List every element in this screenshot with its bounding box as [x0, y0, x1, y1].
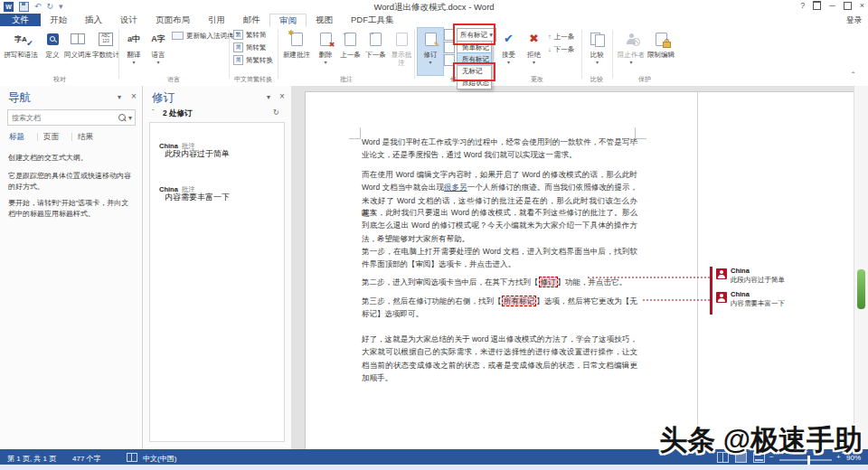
- menu-item-simple-markup[interactable]: 简单标记: [458, 42, 491, 53]
- tab-pdf-tools[interactable]: PDF工具集: [342, 14, 403, 26]
- tab-file[interactable]: 文件: [0, 14, 41, 26]
- paragraph-1: Word 是我们平时在工作或学习的过程中，经常会使用到的一款软件，不管是写毕业论…: [362, 136, 637, 162]
- next-change-button[interactable]: ↓ 下一条: [548, 43, 574, 55]
- translate-button[interactable]: a中 翻译 ▾: [123, 28, 145, 75]
- revision-entry-text[interactable]: 此段内容过于简单: [165, 148, 230, 160]
- help-icon[interactable]: ?: [800, 1, 805, 10]
- minimize-icon[interactable]: ─: [829, 1, 835, 10]
- tab-design[interactable]: 设计: [111, 14, 146, 26]
- tab-insert[interactable]: 插入: [76, 14, 111, 26]
- comment-leader-line: [588, 277, 710, 278]
- compare-button[interactable]: 比较 ▾: [585, 28, 609, 75]
- previous-change-button[interactable]: ↑ 上一条: [548, 31, 574, 42]
- spelling-grammar-button[interactable]: 字A✔ 拼写和语法: [3, 28, 39, 75]
- tab-view[interactable]: 视图: [307, 14, 342, 26]
- update-ime-dictionary-button[interactable]: 更新输入法词典: [172, 30, 234, 42]
- collapse-ribbon-icon[interactable]: ˆ: [852, 71, 854, 81]
- search-input[interactable]: [8, 114, 116, 122]
- next-change-icon: ↓: [548, 45, 552, 53]
- block-authors-icon: [626, 33, 637, 44]
- tab-mailings[interactable]: 邮件: [234, 14, 269, 26]
- dropdown-arrow-icon: ▾: [497, 60, 520, 65]
- reject-button[interactable]: ✖ 拒绝 ▾: [523, 28, 545, 75]
- proofing-status-icon[interactable]: [127, 453, 137, 462]
- bottom-strip: [0, 465, 868, 470]
- new-comment-button[interactable]: ✱ 新建批注: [281, 28, 312, 75]
- word-count-indicator[interactable]: 477 个字: [72, 454, 101, 464]
- trad-char-icon: 繁: [233, 30, 243, 40]
- language-indicator[interactable]: 中文(中国): [143, 454, 176, 464]
- next-comment-button[interactable]: → 下一条: [363, 28, 388, 75]
- refresh-icon[interactable]: ↻: [273, 108, 279, 117]
- window-title: Word退出修改模式.docx - Word: [0, 2, 868, 14]
- title-bar: W ↶ ↻ ▾ Word退出修改模式.docx - Word ? ─ ×: [0, 0, 868, 14]
- avatar: [716, 292, 727, 303]
- pane-options-icon[interactable]: ▾: [267, 93, 270, 101]
- pane-close-icon[interactable]: ×: [279, 91, 285, 101]
- group-label-changes: 更改: [510, 76, 564, 83]
- vertical-scrollbar[interactable]: [854, 86, 868, 449]
- collapse-summary-icon[interactable]: ˇ: [152, 108, 155, 116]
- pane-options-icon[interactable]: ▾: [118, 93, 121, 101]
- tab-review[interactable]: 审阅: [269, 14, 307, 27]
- paragraph-7: 好了，这就是为大家总结的关于 word 退出修改模式的方法了，学会了这项技巧，大…: [362, 333, 637, 384]
- comment-anchor-2[interactable]: 所有标记: [502, 296, 536, 306]
- sign-in-link[interactable]: 登录: [846, 15, 862, 26]
- comment-author: China: [731, 267, 750, 275]
- define-button[interactable]: 定义: [42, 28, 63, 75]
- comment-anchor-1[interactable]: 修订: [539, 277, 558, 287]
- restore-icon[interactable]: [844, 2, 852, 10]
- tab-references[interactable]: 引用: [199, 14, 234, 26]
- nav-tab-headings[interactable]: 标题: [9, 132, 24, 143]
- simp-to-trad-button[interactable]: 简 简转繁: [233, 42, 267, 53]
- search-icon[interactable]: [118, 114, 126, 121]
- restrict-editing-icon: [656, 33, 667, 46]
- ribbon: 字A✔ 拼写和语法 定义 同义词库 ABC123 字数统计 校对 a中 翻译 ▾…: [0, 26, 868, 87]
- close-icon[interactable]: ×: [860, 1, 864, 10]
- word-count-button[interactable]: ABC123 字数统计: [92, 28, 119, 75]
- simp-trad-convert-button[interactable]: 简 简繁转换: [233, 54, 273, 66]
- display-for-review-icon: [444, 29, 455, 41]
- thesaurus-button[interactable]: 同义词库: [64, 28, 91, 75]
- block-authors-button[interactable]: 阻止作者 ▾: [617, 28, 646, 75]
- page-indicator[interactable]: 第 1 页, 共 1 页: [7, 454, 56, 464]
- menu-item-all-markup[interactable]: 所有标记: [458, 53, 491, 65]
- ribbon-display-options-icon[interactable]: [813, 1, 821, 10]
- pane-close-icon[interactable]: ×: [131, 91, 137, 101]
- nav-tab-pages[interactable]: 页面: [43, 132, 59, 143]
- convert-char-icon: 简: [233, 55, 243, 65]
- thesaurus-book-icon: [71, 33, 85, 44]
- delete-comment-icon: ✖: [320, 33, 332, 46]
- window-controls: ? ─ ×: [800, 1, 864, 10]
- define-search-icon: [47, 33, 59, 45]
- group-label-language: 语言: [146, 76, 201, 83]
- search-options-icon[interactable]: ▾: [128, 114, 132, 122]
- revision-entry-text[interactable]: 内容需要丰富一下: [165, 192, 230, 203]
- nav-tab-results[interactable]: 结果: [78, 132, 93, 143]
- dropdown-arrow-icon: ▾: [315, 60, 336, 65]
- restrict-editing-button[interactable]: 限制编辑: [647, 28, 675, 75]
- next-comment-icon: →: [370, 33, 382, 46]
- navigation-pane: 导航 ▾ × ▾ 标题 页面 结果 创建文档的交互式大纲。 它是跟踪您的具体位置…: [0, 86, 143, 449]
- display-for-review-select[interactable]: 所有标记 ▾: [457, 28, 496, 42]
- show-comments-button[interactable]: 显示批注: [389, 28, 414, 75]
- track-changes-button[interactable]: ✎ 修订 ▾: [418, 28, 443, 75]
- language-button[interactable]: A字 语言 ▾: [147, 28, 169, 75]
- tab-page-layout[interactable]: 页面布局: [146, 14, 199, 26]
- accept-button[interactable]: ✔ 接受 ▾: [497, 28, 520, 75]
- ribbon-tab-row: 文件 开始 插入 设计 页面布局 引用 邮件 审阅 视图 PDF工具集: [0, 14, 868, 27]
- tab-home[interactable]: 开始: [41, 14, 76, 26]
- menu-item-original[interactable]: 原始状态: [458, 77, 491, 89]
- group-divider: [414, 30, 415, 79]
- zoom-slider[interactable]: [779, 459, 832, 461]
- paragraph-6: 第三步，然后在修订功能的右侧，找到【所有标记】选项，然后将它更改为【无标记】选项…: [362, 295, 637, 321]
- trad-to-simp-button[interactable]: 繁 繁转简: [233, 29, 267, 41]
- delete-comment-button[interactable]: ✖ 删除 ▾: [315, 28, 336, 75]
- new-comment-icon: ✱: [291, 33, 303, 46]
- avatar: [716, 268, 727, 279]
- display-for-review-menu: 简单标记 所有标记 无标记 原始状态: [457, 41, 492, 89]
- tracked-insertion: 很多另: [444, 183, 467, 192]
- scrollbar-thumb[interactable]: [857, 269, 865, 309]
- menu-item-no-markup[interactable]: 无标记: [458, 65, 491, 77]
- previous-comment-button[interactable]: ← 上一条: [338, 28, 363, 75]
